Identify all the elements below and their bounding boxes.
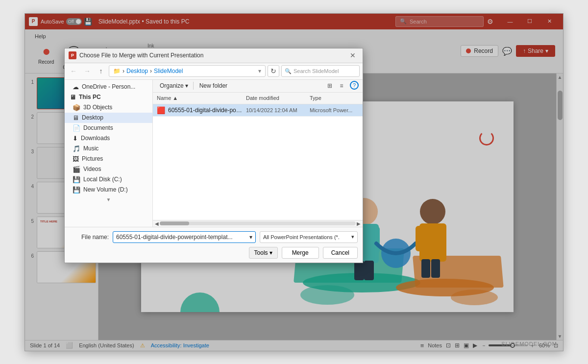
nav-up-button[interactable]: ↑ [95,65,107,77]
footer-actions-row: Tools ▾ Merge Cancel [70,247,358,259]
new-folder-button[interactable]: New folder [196,81,231,90]
3d-objects-icon: 📦 [73,104,80,111]
documents-icon: 📄 [73,124,80,132]
dialog-title: Choose File to Merge with Current Presen… [79,52,347,59]
sidebar-item-desktop[interactable]: 🖥 Desktop [65,113,152,123]
scroll-right-button[interactable]: ▶ [356,220,362,226]
path-chevron-icon[interactable]: ▾ [258,68,261,74]
file-list-header: Name ▲ Date modified Type [153,93,363,104]
dialog-files: Organize ▾ New folder ⊞ ≡ ? [153,80,363,227]
view-list-button[interactable]: ≡ [336,81,347,91]
new-volume-icon: 💾 [73,186,80,194]
sidebar-item-pictures[interactable]: 🖼 Pictures [65,154,152,164]
scroll-left-button[interactable]: ◀ [154,220,160,226]
dialog-sidebar: ☁ OneDrive - Person... 🖥 This PC 📦 3D Ob… [65,80,153,227]
search-icon: 🔍 [285,68,292,74]
dialog-overlay: P Choose File to Merge with Current Pres… [25,14,563,351]
filename-label: File name: [70,234,109,241]
sidebar-scroll-down[interactable]: ▼ [65,195,152,204]
refresh-button[interactable]: ↻ [268,65,279,77]
sidebar-item-local-disk[interactable]: 💾 Local Disk (C:) [65,174,152,185]
folder-icon: 📁 [113,68,121,74]
merge-button[interactable]: Merge [282,247,319,259]
onedrive-icon: ☁ [73,83,79,91]
sidebar-item-downloads[interactable]: ⬇ Downloads [65,133,152,144]
file-empty-area [153,117,363,220]
sidebar-item-music[interactable]: 🎵 Music [65,144,152,154]
file-dialog: P Choose File to Merge with Current Pres… [64,48,363,263]
filetype-chevron-icon: ▾ [351,234,354,240]
pc-icon: 🖥 [70,94,76,101]
help-circle-button[interactable]: ? [350,81,359,90]
dialog-body: ☁ OneDrive - Person... 🖥 This PC 📦 3D Ob… [65,80,363,227]
view-grid-button[interactable]: ⊞ [324,81,335,91]
sidebar-item-3d[interactable]: 📦 3D Objects [65,102,152,113]
file-name: 60555-01-digital-divide-powerpoint-tem..… [168,107,246,114]
filename-input[interactable]: 60555-01-digital-divide-powerpoint-templ… [113,231,256,243]
sidebar-item-documents[interactable]: 📄 Documents [65,123,152,133]
dialog-path: 📁 › Desktop › SlideModel ▾ [109,65,266,77]
dialog-files-toolbar: Organize ▾ New folder ⊞ ≡ ? [153,80,363,93]
filetype-dropdown[interactable]: All PowerPoint Presentations (*. ▾ [260,231,358,243]
sidebar-item-videos[interactable]: 🎬 Videos [65,164,152,174]
col-name[interactable]: Name ▲ [157,95,246,101]
cancel-button[interactable]: Cancel [323,247,358,259]
dialog-footer: File name: 60555-01-digital-divide-power… [65,227,363,263]
nav-back-button[interactable]: ← [68,65,79,77]
nav-forward-button[interactable]: → [81,65,93,77]
dialog-toolbar: ← → ↑ 📁 › Desktop › SlideModel ▾ ↻ 🔍 Sea… [65,63,363,80]
file-type: Microsoft Power... [310,107,359,113]
col-type[interactable]: Type [310,95,359,101]
dialog-search[interactable]: 🔍 Search SlideModel [281,65,360,77]
file-row[interactable]: 🟥 60555-01-digital-divide-powerpoint-tem… [153,104,363,117]
dialog-titlebar: P Choose File to Merge with Current Pres… [65,49,363,63]
dialog-ppt-logo: P [69,51,76,59]
h-scroll-thumb [160,221,189,225]
organize-button[interactable]: Organize ▾ [157,81,191,90]
sidebar-onedrive[interactable]: ☁ OneDrive - Person... [65,82,152,92]
sidebar-item-new-volume[interactable]: 💾 New Volume (D:) [65,185,152,195]
pptx-file-icon: 🟥 [157,106,165,114]
toolbar-separator [193,82,194,90]
pictures-icon: 🖼 [73,155,79,163]
view-buttons: ⊞ ≡ ? [324,81,359,91]
local-disk-icon: 💾 [73,176,80,183]
sort-icon: ▲ [172,95,178,101]
footer-filename-row: File name: 60555-01-digital-divide-power… [70,231,358,243]
powerpoint-window: P AutoSave Off 💾 SlideModel.pptx • Saved… [24,13,564,351]
desktop-icon: 🖥 [73,114,79,121]
col-date[interactable]: Date modified [246,95,310,101]
tools-chevron-icon: ▾ [270,249,272,256]
videos-icon: 🎬 [73,166,80,173]
organize-chevron-icon: ▾ [185,82,188,89]
music-icon: 🎵 [73,145,80,152]
horizontal-scrollbar[interactable]: ◀ ▶ [153,220,363,227]
h-scroll-track[interactable] [160,221,356,225]
sidebar-this-pc[interactable]: 🖥 This PC [65,92,152,102]
filename-chevron-icon: ▾ [249,234,252,241]
downloads-icon: ⬇ [73,135,78,142]
dialog-close-button[interactable]: ✕ [347,49,359,61]
tools-button[interactable]: Tools ▾ [249,247,278,259]
file-date: 10/14/2022 12:04 AM [246,107,310,113]
